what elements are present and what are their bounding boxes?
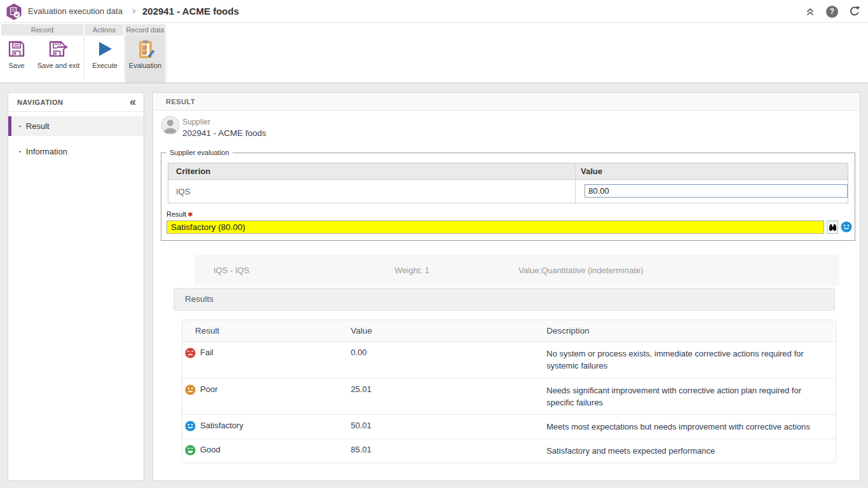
ribbon-group-record-data: Record data	[125, 24, 165, 36]
execute-button[interactable]: Execute	[85, 36, 125, 83]
save-and-exit-icon	[48, 39, 69, 59]
top-bar: Evaluation execution data › 202941 - ACM…	[0, 0, 868, 23]
result-section-header: RESULT	[153, 93, 860, 111]
supplier-label: Supplier	[182, 118, 210, 126]
lookup-button[interactable]	[827, 220, 838, 234]
value-column-header: Value	[575, 163, 848, 179]
criteria-table-header: Criterion Value	[168, 163, 848, 180]
criterion-column-header: Criterion	[168, 163, 575, 179]
navigation-panel: NAVIGATION « ▪ Result ▪ Information	[8, 92, 144, 481]
save-and-exit-button[interactable]: Save and exit	[34, 36, 83, 83]
criterion-name: IQS	[168, 180, 575, 203]
breadcrumb-current: 202941 - ACME foods	[142, 0, 239, 23]
results-table-header: Result Value Description	[182, 320, 836, 342]
breadcrumb-separator-icon: ›	[132, 0, 136, 22]
result-row-fail: Fail 0.00 No system or process exists, i…	[182, 342, 836, 378]
refresh-icon[interactable]	[848, 6, 860, 18]
save-button[interactable]: Save	[0, 36, 33, 83]
result-panel: RESULT Supplier 202941 - ACME foods Supp…	[153, 92, 860, 481]
supplier-evaluation-fieldset: Supplier evaluation Criterion Value IQS …	[161, 152, 855, 241]
result-input[interactable]	[166, 220, 824, 234]
result-field-label: Result✱	[166, 210, 193, 218]
help-icon[interactable]: ?	[826, 6, 838, 18]
satisfactory-smiley-icon	[841, 221, 852, 233]
bullet-icon: ▪	[19, 123, 21, 129]
result-row-poor: Poor 25.01 Needs significant improvement…	[182, 378, 836, 414]
required-icon: ✱	[187, 211, 193, 218]
criterion-row: IQS	[168, 180, 848, 203]
results-table: Result Value Description Fail 0.00 No sy…	[182, 320, 836, 463]
supplier-value: 202941 - ACME foods	[182, 128, 266, 138]
navigation-title: NAVIGATION	[17, 93, 63, 112]
criterion-value-input[interactable]	[585, 184, 848, 198]
criteria-table: Criterion Value IQS	[168, 163, 848, 203]
breadcrumb-parent[interactable]: Evaluation execution data	[28, 0, 123, 23]
bullet-icon: ▪	[19, 149, 21, 154]
supplier-avatar	[161, 116, 180, 135]
page-title: RESULT	[166, 98, 195, 105]
binoculars-icon	[829, 224, 837, 231]
evaluation-clipboard-icon	[135, 39, 156, 59]
results-header-bar: Results	[173, 288, 835, 311]
collapse-navigation-icon[interactable]: «	[130, 93, 136, 111]
criterion-info-value-type: Value:Quantitative (indeterminate)	[519, 255, 643, 286]
nav-item-information[interactable]: ▪ Information	[8, 142, 144, 161]
top-bar-actions: ?	[804, 0, 860, 23]
fieldset-legend: Supplier evaluation	[166, 149, 233, 156]
selected-indicator	[8, 116, 11, 136]
criterion-info-bar: IQS - IQS Weight: 1 Value:Quantitative (…	[194, 255, 839, 286]
good-face-icon	[185, 445, 196, 456]
result-row-satisfactory: Satisfactory 50.01 Meets most expectatio…	[182, 414, 836, 438]
result-row-good: Good 85.01 Satisfactory and meets expect…	[182, 438, 836, 463]
ribbon-separator	[84, 24, 85, 80]
fail-face-icon	[185, 348, 196, 358]
save-icon	[6, 39, 27, 59]
evaluation-button[interactable]: Evaluation	[125, 36, 165, 83]
app-logo-icon	[5, 3, 23, 20]
ribbon-group-actions: Actions	[85, 24, 123, 36]
play-icon	[95, 39, 115, 59]
nav-item-result[interactable]: ▪ Result	[8, 116, 144, 136]
collapse-ribbon-icon[interactable]	[804, 6, 816, 18]
ribbon-toolbar: Record Actions Record data Save	[0, 23, 868, 83]
ribbon-separator	[166, 24, 166, 80]
satisfactory-face-icon	[185, 421, 196, 431]
poor-face-icon	[185, 384, 196, 395]
navigation-header: NAVIGATION «	[8, 93, 144, 112]
criterion-info-name: IQS - IQS	[214, 255, 249, 286]
criterion-info-weight: Weight: 1	[395, 255, 430, 286]
ribbon-group-record: Record	[1, 24, 83, 36]
